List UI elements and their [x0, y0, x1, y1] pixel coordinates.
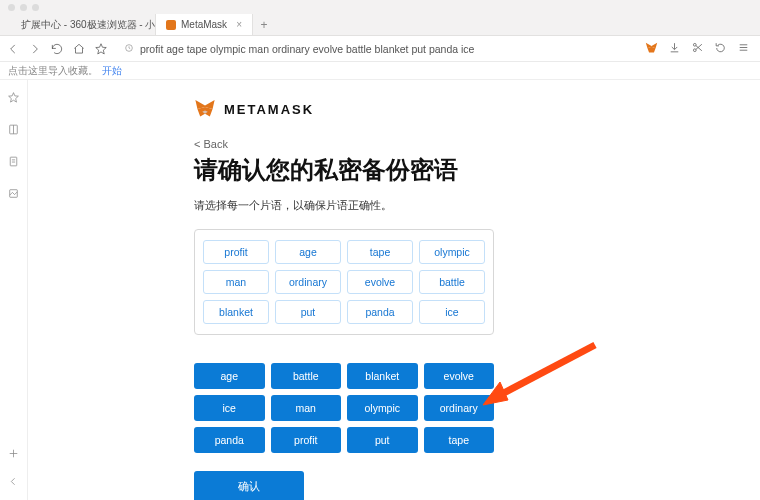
bookmark-star-icon[interactable]	[94, 42, 108, 56]
metamask-page: METAMASK < Back 请确认您的私密备份密语 请选择每一个片语，以确保…	[194, 80, 684, 500]
download-icon[interactable]	[668, 40, 681, 58]
bookmark-hint-bar: 点击这里导入收藏。 开始	[0, 62, 760, 80]
rail-collapse-icon[interactable]	[7, 474, 20, 492]
nav-forward-button[interactable]	[28, 42, 42, 56]
pool-word-chip[interactable]: profit	[271, 427, 342, 453]
pool-word-chip[interactable]: panda	[194, 427, 265, 453]
selected-word-chip[interactable]: evolve	[347, 270, 413, 294]
selected-seed-panel: profitagetapeolympicmanordinaryevolvebat…	[194, 229, 494, 335]
pool-word-chip[interactable]: ordinary	[424, 395, 495, 421]
pool-word-chip[interactable]: tape	[424, 427, 495, 453]
content-area: METAMASK < Back 请确认您的私密备份密语 请选择每一个片语，以确保…	[28, 80, 760, 500]
metamask-extension-icon[interactable]	[645, 40, 658, 58]
lock-icon	[124, 43, 134, 55]
selected-word-chip[interactable]: age	[275, 240, 341, 264]
rail-sheet-icon[interactable]	[7, 154, 20, 172]
selected-word-chip[interactable]: tape	[347, 240, 413, 264]
pool-word-chip[interactable]: evolve	[424, 363, 495, 389]
svg-point-4	[693, 43, 696, 46]
page-title: 请确认您的私密备份密语	[194, 154, 684, 186]
selected-word-chip[interactable]: profit	[203, 240, 269, 264]
svg-point-5	[693, 48, 696, 51]
left-rail	[0, 80, 28, 500]
confirm-button[interactable]: 确认	[194, 471, 304, 500]
new-tab-button[interactable]: +	[253, 14, 275, 35]
close-icon[interactable]: ×	[236, 19, 242, 30]
back-link[interactable]: < Back	[194, 138, 684, 150]
selected-word-chip[interactable]: olympic	[419, 240, 485, 264]
pool-word-chip[interactable]: olympic	[347, 395, 418, 421]
toolbar: profit age tape olympic man ordinary evo…	[0, 36, 760, 62]
pool-word-chip[interactable]: ice	[194, 395, 265, 421]
traffic-yellow-icon	[20, 4, 27, 11]
pool-word-chip[interactable]: put	[347, 427, 418, 453]
svg-rect-12	[10, 157, 17, 166]
pool-word-chip[interactable]: age	[194, 363, 265, 389]
pool-word-chip[interactable]: blanket	[347, 363, 418, 389]
pool-word-chip[interactable]: battle	[271, 363, 342, 389]
address-text: profit age tape olympic man ordinary evo…	[140, 43, 474, 55]
selected-word-chip[interactable]: ice	[419, 300, 485, 324]
favicon-icon	[166, 20, 176, 30]
scissors-icon[interactable]	[691, 40, 704, 58]
tab-label: MetaMask	[181, 19, 227, 30]
rail-add-button[interactable]	[7, 446, 20, 464]
menu-icon[interactable]	[737, 40, 750, 58]
rail-book-icon[interactable]	[7, 122, 20, 140]
tab-metamask[interactable]: MetaMask ×	[156, 14, 253, 35]
rail-star-icon[interactable]	[7, 90, 20, 108]
tab-extension-center[interactable]: 扩展中心 - 360极速浏览器 - 小工具	[6, 14, 156, 35]
metamask-wordmark: METAMASK	[224, 102, 314, 117]
toolbar-right	[645, 40, 754, 58]
restore-icon[interactable]	[714, 40, 727, 58]
selected-word-chip[interactable]: blanket	[203, 300, 269, 324]
selected-word-chip[interactable]: man	[203, 270, 269, 294]
address-bar[interactable]: profit age tape olympic man ordinary evo…	[116, 43, 637, 55]
pool-word-chip[interactable]: man	[271, 395, 342, 421]
selected-word-chip[interactable]: put	[275, 300, 341, 324]
seed-word-pool: agebattleblanketevolveicemanolympicordin…	[194, 363, 494, 453]
rail-gallery-icon[interactable]	[7, 186, 20, 204]
svg-marker-9	[9, 93, 19, 102]
workspace: METAMASK < Back 请确认您的私密备份密语 请选择每一个片语，以确保…	[0, 80, 760, 500]
traffic-red-icon	[8, 4, 15, 11]
page-subtitle: 请选择每一个片语，以确保片语正确性。	[194, 198, 684, 213]
fox-icon	[194, 98, 216, 120]
reload-button[interactable]	[50, 42, 64, 56]
window-titlebar	[0, 0, 760, 14]
svg-marker-0	[96, 43, 107, 53]
selected-word-chip[interactable]: battle	[419, 270, 485, 294]
bookmark-hint-text: 点击这里导入收藏。	[8, 64, 98, 78]
tab-label: 扩展中心 - 360极速浏览器 - 小工具	[21, 18, 156, 32]
selected-word-chip[interactable]: panda	[347, 300, 413, 324]
traffic-green-icon	[32, 4, 39, 11]
nav-back-button[interactable]	[6, 42, 20, 56]
bookmark-hint-link[interactable]: 开始	[102, 64, 122, 78]
home-button[interactable]	[72, 42, 86, 56]
selected-word-chip[interactable]: ordinary	[275, 270, 341, 294]
tab-strip: 扩展中心 - 360极速浏览器 - 小工具 MetaMask × +	[0, 14, 760, 36]
metamask-logo: METAMASK	[194, 98, 684, 120]
